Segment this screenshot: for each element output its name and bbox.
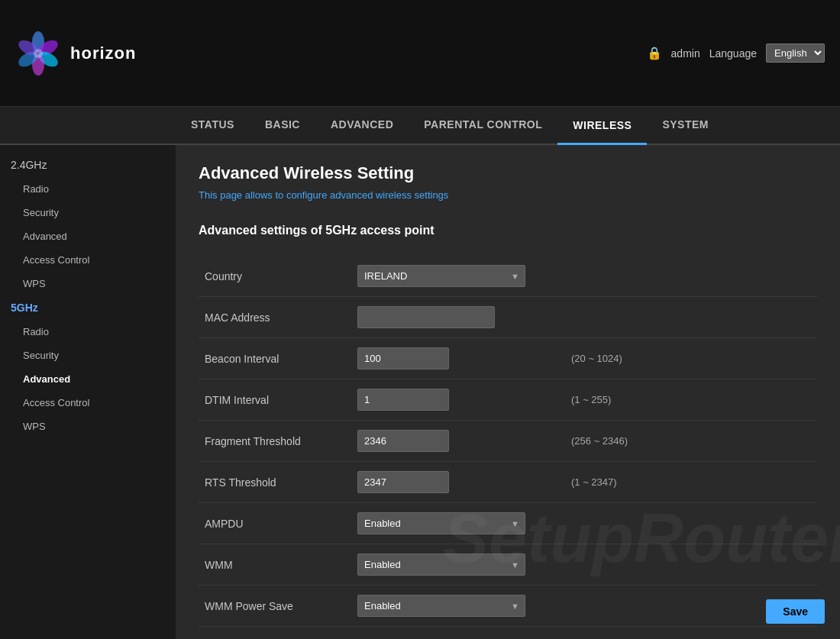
- save-button[interactable]: Save: [766, 599, 825, 624]
- label-dtim: DTIM Interval: [199, 379, 351, 421]
- sidebar-item-access-24[interactable]: Access Control: [0, 248, 176, 272]
- svg-point-6: [34, 49, 43, 58]
- label-fragment: Fragment Threshold: [199, 421, 351, 462]
- wmm-select[interactable]: Enabled Disabled: [357, 553, 525, 576]
- ampdu-select-wrapper: Enabled Disabled: [357, 512, 525, 534]
- beacon-input[interactable]: [357, 347, 449, 370]
- admin-label: admin: [671, 47, 700, 60]
- country-select[interactable]: IRELAND UNITED KINGDOM UNITED STATES GER…: [357, 265, 525, 287]
- logo-area: horizon: [15, 31, 136, 76]
- tab-basic[interactable]: BASIC: [250, 105, 315, 144]
- sidebar-item-access-5[interactable]: Access Control: [0, 391, 176, 415]
- lock-icon: 🔒: [647, 46, 662, 60]
- sidebar-group-5ghz: 5GHz: [0, 295, 176, 320]
- sidebar-item-security-24[interactable]: Security: [0, 201, 176, 224]
- sidebar-group-24ghz: 2.4GHz: [0, 153, 176, 177]
- settings-table: Country IRELAND UNITED KINGDOM UNITED ST…: [199, 256, 817, 627]
- label-wmm-power: WMM Power Save: [199, 586, 351, 627]
- sidebar-item-radio-24[interactable]: Radio: [0, 177, 176, 201]
- sidebar: 2.4GHz Radio Security Advanced Access Co…: [0, 145, 176, 639]
- tab-parental[interactable]: PARENTAL CONTROL: [409, 105, 557, 144]
- tab-wireless[interactable]: WIRELESS: [557, 107, 647, 145]
- sidebar-item-security-5[interactable]: Security: [0, 344, 176, 367]
- row-wmm: WMM Enabled Disabled: [199, 544, 817, 586]
- row-rts: RTS Threshold (1 ~ 2347): [199, 462, 817, 503]
- sidebar-item-radio-5[interactable]: Radio: [0, 320, 176, 344]
- sidebar-item-wps-24[interactable]: WPS: [0, 272, 176, 295]
- main-layout: 2.4GHz Radio Security Advanced Access Co…: [0, 145, 840, 639]
- content-area: Advanced Wireless Setting This page allo…: [176, 145, 840, 639]
- mac-display: [357, 306, 495, 328]
- label-rts: RTS Threshold: [199, 462, 351, 503]
- logo-text: horizon: [70, 44, 136, 63]
- ampdu-select[interactable]: Enabled Disabled: [357, 512, 525, 534]
- tab-system[interactable]: SYSTEM: [647, 105, 724, 144]
- country-select-wrapper: IRELAND UNITED KINGDOM UNITED STATES GER…: [357, 265, 525, 287]
- range-rts: (1 ~ 2347): [565, 462, 817, 503]
- row-fragment: Fragment Threshold (256 ~ 2346): [199, 421, 817, 462]
- sidebar-item-advanced-24[interactable]: Advanced: [0, 224, 176, 248]
- label-ampdu: AMPDU: [199, 503, 351, 544]
- language-label: Language: [709, 47, 757, 60]
- fragment-input[interactable]: [357, 430, 449, 452]
- row-wmm-power: WMM Power Save Enabled Disabled: [199, 586, 817, 627]
- sidebar-item-advanced-5[interactable]: Advanced: [0, 367, 176, 391]
- header: horizon 🔒 admin Language English: [0, 0, 840, 107]
- wmm-power-select[interactable]: Enabled Disabled: [357, 595, 525, 617]
- page-subtitle: This page allows to configure advanced w…: [199, 189, 817, 201]
- wmm-select-wrapper: Enabled Disabled: [357, 553, 525, 576]
- row-mac: MAC Address: [199, 297, 817, 338]
- nav-tabs: STATUS BASIC ADVANCED PARENTAL CONTROL W…: [0, 107, 840, 145]
- page-title: Advanced Wireless Setting: [199, 163, 817, 183]
- dtim-input[interactable]: [357, 389, 449, 411]
- language-select[interactable]: English: [766, 44, 825, 63]
- tab-status[interactable]: STATUS: [176, 105, 250, 144]
- range-beacon: (20 ~ 1024): [565, 338, 817, 379]
- range-dtim: (1 ~ 255): [565, 379, 817, 421]
- label-wmm: WMM: [199, 544, 351, 586]
- label-mac: MAC Address: [199, 297, 351, 338]
- save-area: Save: [766, 599, 825, 624]
- rts-input[interactable]: [357, 471, 449, 493]
- row-ampdu: AMPDU Enabled Disabled: [199, 503, 817, 544]
- label-country: Country: [199, 256, 351, 297]
- tab-advanced[interactable]: ADVANCED: [315, 105, 409, 144]
- logo-icon: [15, 31, 61, 76]
- row-country: Country IRELAND UNITED KINGDOM UNITED ST…: [199, 256, 817, 297]
- sidebar-item-wps-5[interactable]: WPS: [0, 415, 176, 438]
- header-right: 🔒 admin Language English: [647, 44, 825, 63]
- label-beacon: Beacon Interval: [199, 338, 351, 379]
- wmm-power-select-wrapper: Enabled Disabled: [357, 595, 525, 617]
- row-beacon: Beacon Interval (20 ~ 1024): [199, 338, 817, 379]
- section-title: Advanced settings of 5GHz access point: [199, 224, 817, 237]
- range-fragment: (256 ~ 2346): [565, 421, 817, 462]
- row-dtim: DTIM Interval (1 ~ 255): [199, 379, 817, 421]
